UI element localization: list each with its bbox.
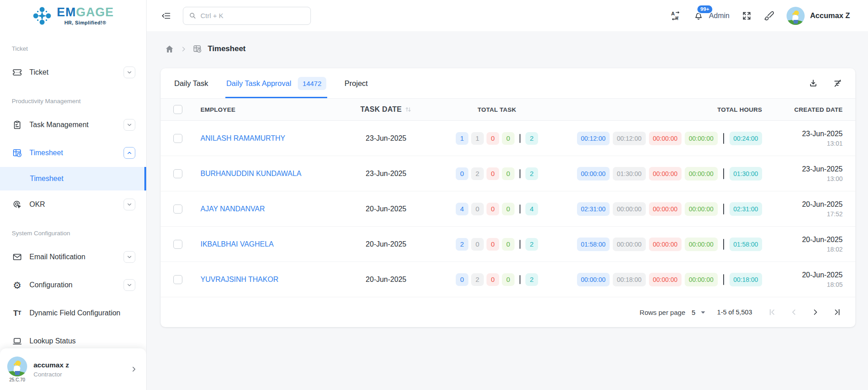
rows-per-page-value: 5 <box>692 309 695 316</box>
sidebar-item-label: Task Management <box>29 121 116 129</box>
chevron-right-icon <box>180 46 187 52</box>
notifications-button[interactable]: 99+ <box>693 10 704 21</box>
employee-link[interactable]: BURHANUDDIN KUNDAWALA <box>200 170 301 177</box>
sidebar-subitem-timesheet[interactable]: Timesheet <box>0 167 146 190</box>
task-total-badge: 2 <box>525 167 538 180</box>
task-count-badge-red: 0 <box>486 273 499 286</box>
sidebar-item-okr[interactable]: OKR <box>6 194 140 215</box>
brand-tagline: HR, Simplified!® <box>64 20 106 25</box>
chevron-down-icon[interactable] <box>124 279 135 291</box>
header-task-date[interactable]: TASK DATE <box>336 105 436 114</box>
language-button[interactable]: Aअ <box>670 10 681 21</box>
task-count-badge-blue: 1 <box>456 132 468 145</box>
task-count-cell: 2 0 0 0 2 <box>436 238 558 251</box>
sidebar-item-task-management[interactable]: Task Management <box>6 114 140 136</box>
search-input[interactable] <box>200 12 305 19</box>
header-employee: EMPLOYEE <box>200 106 336 113</box>
task-count-badge-green: 0 <box>502 132 515 145</box>
task-count-badge-blue: 0 <box>456 273 468 286</box>
hours-cell: 02:31:00 00:00:00 00:00:00 00:00:00 02:3… <box>558 202 762 216</box>
select-all-checkbox[interactable] <box>173 105 182 114</box>
task-date-cell: 20-Jun-2025 <box>336 205 436 213</box>
sidebar-item-label: Timesheet <box>29 149 116 157</box>
chevron-up-icon[interactable] <box>124 147 135 159</box>
hours-badge-red: 00:00:00 <box>649 132 682 145</box>
text-fields-icon: TT <box>12 308 22 318</box>
row-checkbox[interactable] <box>173 134 182 143</box>
hours-cell: 00:12:00 00:12:00 00:00:00 00:00:00 00:2… <box>558 132 762 145</box>
first-page-button[interactable] <box>768 308 777 317</box>
rows-per-page-select[interactable]: 5 <box>692 309 705 316</box>
hours-badge-blue: 01:58:00 <box>577 238 610 251</box>
chevron-down-icon[interactable] <box>124 199 135 210</box>
sidebar-user-role: Contractor <box>33 371 124 378</box>
sidebar-item-timesheet[interactable]: Timesheet <box>6 142 140 164</box>
tab-daily-task-approval[interactable]: Daily Task Approval 14472 <box>225 68 327 98</box>
tab-daily-task[interactable]: Daily Task <box>173 68 209 98</box>
laptop-icon <box>12 336 22 346</box>
task-total-badge: 2 <box>525 132 538 145</box>
page-title: Timesheet <box>208 44 246 53</box>
sidebar-item-dynamic-field-configuration[interactable]: TT Dynamic Field Configuration <box>6 302 140 324</box>
hours-badge-gray: 00:00:00 <box>613 202 646 216</box>
task-count-badge-gray: 0 <box>471 203 484 215</box>
created-cell: 23-Jun-2025 13:01 <box>762 130 843 147</box>
row-checkbox[interactable] <box>173 169 182 178</box>
svg-text:अ: अ <box>675 15 679 21</box>
header-label: TASK DATE <box>360 105 402 114</box>
sidebar-item-configuration[interactable]: ⚙ Configuration <box>6 274 140 296</box>
user-name: Accumax Z <box>810 11 850 20</box>
theme-brush-button[interactable] <box>764 10 774 21</box>
app-version: 25.C.70 <box>9 377 25 382</box>
hours-badge-blue: 00:12:00 <box>577 132 610 145</box>
task-total-badge: 2 <box>525 273 538 286</box>
chevron-down-icon[interactable] <box>124 119 135 131</box>
chevron-right-icon[interactable] <box>130 365 138 373</box>
sidebar-item-ticket[interactable]: Ticket <box>6 62 140 83</box>
row-checkbox[interactable] <box>173 240 182 249</box>
home-icon[interactable] <box>165 44 174 54</box>
table-row: AJAY NANDANVAR 20-Jun-2025 4 0 0 0 4 02:… <box>161 191 855 227</box>
sort-icon[interactable] <box>405 106 412 113</box>
table-body: ANILASH RAMAMURTHY 23-Jun-2025 1 1 0 0 2… <box>161 121 855 297</box>
main-area: Aअ 99+ Admin <box>147 0 868 390</box>
hours-badge-blue: 00:00:00 <box>577 273 610 286</box>
last-page-button[interactable] <box>833 308 842 317</box>
sidebar-user-panel[interactable]: 25.C.70 accumax z Contractor <box>0 348 146 390</box>
next-page-button[interactable] <box>811 308 820 317</box>
topbar-actions: Aअ 99+ Admin <box>670 7 850 25</box>
global-search[interactable] <box>183 7 311 25</box>
task-count-badge-red: 0 <box>486 203 499 215</box>
admin-role-label[interactable]: Admin <box>709 12 730 20</box>
prev-page-button[interactable] <box>789 308 798 317</box>
hours-badge-green: 00:00:00 <box>685 238 718 251</box>
row-checkbox[interactable] <box>173 205 182 214</box>
hours-badge-red: 00:00:00 <box>649 273 682 286</box>
section-label-system: System Configuration <box>12 227 134 239</box>
chevron-down-icon[interactable] <box>124 67 135 78</box>
divider <box>723 274 724 285</box>
tab-project[interactable]: Project <box>343 68 368 98</box>
employee-link[interactable]: YUVRAJSINH THAKOR <box>200 276 278 283</box>
task-date-cell: 20-Jun-2025 <box>336 240 436 248</box>
employee-link[interactable]: IKBALBHAI VAGHELA <box>200 240 274 248</box>
created-time: 13:01 <box>762 140 843 147</box>
employee-link[interactable]: AJAY NANDANVAR <box>200 205 265 213</box>
fullscreen-button[interactable] <box>742 11 752 21</box>
task-count-badge-gray: 1 <box>471 132 484 145</box>
user-avatar[interactable] <box>787 7 805 25</box>
employee-link[interactable]: ANILASH RAMAMURTHY <box>200 134 285 142</box>
chevron-down-icon[interactable] <box>124 251 135 263</box>
row-checkbox[interactable] <box>173 275 182 284</box>
download-button[interactable] <box>808 78 818 88</box>
sidebar-collapse-button[interactable] <box>161 11 171 21</box>
sidebar-item-email-notification[interactable]: Email Notification <box>6 246 140 268</box>
filter-off-button[interactable] <box>833 78 843 88</box>
created-date: 23-Jun-2025 <box>762 165 843 173</box>
section-label-ticket: Ticket <box>12 42 134 55</box>
task-count-badge-red: 0 <box>486 167 499 180</box>
caret-down-icon <box>701 310 706 315</box>
hours-total-badge: 01:58:00 <box>730 238 763 251</box>
topbar-user-menu[interactable]: Accumax Z <box>787 7 850 25</box>
created-cell: 20-Jun-2025 18:02 <box>762 236 843 253</box>
